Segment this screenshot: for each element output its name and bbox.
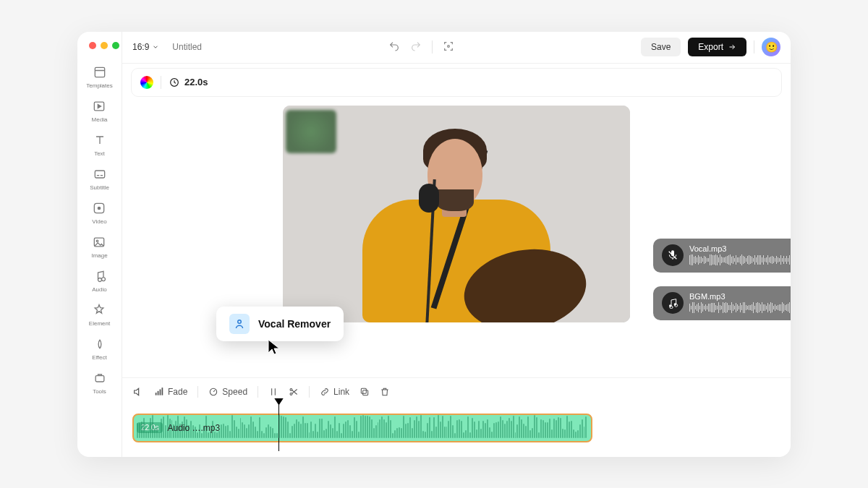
sidebar-label: Tools [93,388,106,395]
sidebar-item-image[interactable]: Image [91,235,107,259]
waveform [689,254,791,267]
export-label: Export [698,42,723,52]
element-icon [92,303,106,317]
svg-point-6 [97,240,99,242]
tooltip-label: Vocal Remover [258,318,331,330]
svg-rect-14 [158,391,159,395]
sidebar-item-element[interactable]: Element [89,303,110,327]
sidebar-item-video[interactable]: Video [92,201,106,225]
avatar[interactable]: 🙂 [762,38,780,56]
duration-value: 22.0s [184,77,208,87]
text-icon [93,133,107,147]
copy-button[interactable] [359,387,370,397]
video-icon [92,201,106,215]
split-button[interactable] [268,387,278,397]
volume-button[interactable] [132,386,144,398]
window-controls[interactable] [89,42,119,49]
effect-icon [93,337,107,351]
sidebar: Templates Media Text Subtitle Video Imag… [77,32,122,457]
duration-display: 22.0s [169,77,208,88]
split-icon [268,387,278,397]
sidebar-item-templates[interactable]: Templates [86,65,112,89]
templates-icon [93,65,107,80]
sidebar-label: Video [92,218,106,225]
color-wheel-icon[interactable] [140,76,153,89]
canvas-area: Vocal Remover Vocal.mp3 BGM.mp3 [122,101,791,377]
svg-point-8 [448,46,450,48]
sidebar-item-audio[interactable]: Audio [92,269,106,293]
svg-rect-16 [162,388,163,395]
project-title[interactable]: Untitled [172,42,202,52]
save-button[interactable]: Save [641,38,681,56]
music-icon [662,292,684,314]
svg-rect-21 [361,388,366,393]
link-button[interactable]: Link [320,387,349,397]
tools-icon [93,371,107,385]
aspect-ratio-value: 16:9 [132,42,149,52]
bgm-track-card[interactable]: BGM.mp3 [653,286,791,320]
fade-label: Fade [168,387,187,397]
divider [432,40,433,53]
svg-rect-2 [95,171,104,178]
subtitle-icon [93,167,107,181]
bars-icon [154,387,164,397]
sidebar-label: Templates [86,82,112,89]
undo-icon[interactable] [388,40,400,52]
redo-icon[interactable] [410,40,422,52]
gauge-icon [208,387,218,397]
sidebar-label: Effect [92,354,106,361]
image-icon [92,235,106,249]
svg-point-11 [669,304,671,307]
maximize-icon[interactable] [112,42,119,49]
video-preview[interactable] [283,106,630,322]
minimize-icon[interactable] [101,42,108,49]
arrow-right-icon [728,43,736,51]
trash-icon [380,387,390,397]
audio-clip[interactable]: 22.0s Audio ….mp3 [132,414,592,442]
cut-button[interactable] [289,387,299,397]
vocal-track-label: Vocal.mp3 [689,244,791,253]
sidebar-label: Subtitle [90,184,109,191]
speed-label: Speed [222,387,247,397]
speed-button[interactable]: Speed [208,387,247,397]
vocal-track-card[interactable]: Vocal.mp3 [653,239,791,273]
timeline-toolbar: Fade Speed Link [122,377,791,406]
divider [309,386,310,398]
svg-rect-7 [95,375,104,381]
divider [258,386,258,398]
copy-icon [359,387,370,397]
clock-icon [169,77,180,88]
app-window: Templates Media Text Subtitle Video Imag… [77,32,791,457]
bgm-track-label: BGM.mp3 [689,292,791,301]
close-icon[interactable] [89,42,96,49]
link-label: Link [333,387,349,397]
divider [161,76,161,89]
sidebar-item-effect[interactable]: Effect [92,337,106,361]
timeline[interactable]: 22.0s Audio ….mp3 [122,406,791,457]
aspect-ratio-select[interactable]: 16:9 [132,42,159,52]
sidebar-label: Text [94,150,105,157]
clip-name: Audio ….mp3 [167,423,220,433]
svg-rect-15 [160,390,161,395]
export-button[interactable]: Export [688,38,746,56]
delete-button[interactable] [380,387,390,397]
infobar: 22.0s [131,68,782,97]
topbar: 16:9 Untitled Save Export 🙂 [122,32,791,64]
sidebar-item-tools[interactable]: Tools [93,371,107,395]
divider [197,386,198,398]
waveform [689,301,791,314]
sidebar-item-media[interactable]: Media [92,99,108,123]
sidebar-label: Media [92,116,108,123]
sidebar-label: Audio [92,286,106,293]
audio-icon [93,269,107,283]
divider [754,40,754,53]
chevron-down-icon [152,43,159,51]
fade-button[interactable]: Fade [154,387,187,397]
vocal-remover-tooltip[interactable]: Vocal Remover [216,307,344,341]
sidebar-item-text[interactable]: Text [93,133,107,157]
focus-icon[interactable] [443,40,454,52]
svg-point-4 [98,207,101,209]
sidebar-item-subtitle[interactable]: Subtitle [90,167,109,191]
svg-point-10 [238,320,242,323]
link-icon [320,387,330,397]
